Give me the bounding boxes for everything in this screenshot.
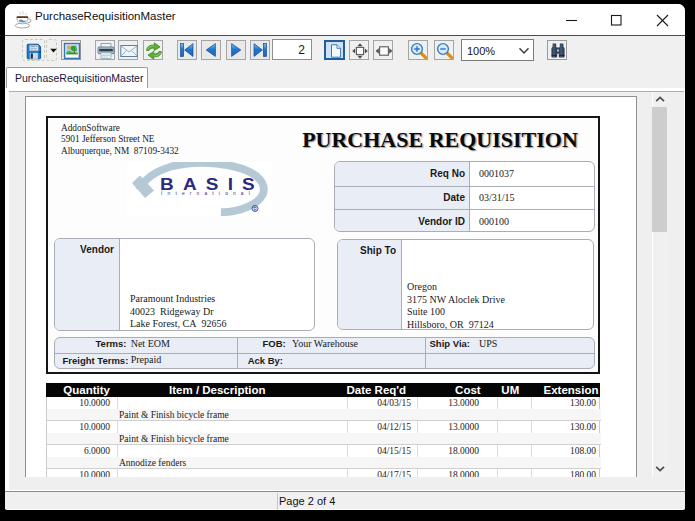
svg-text:International: International — [161, 191, 255, 196]
